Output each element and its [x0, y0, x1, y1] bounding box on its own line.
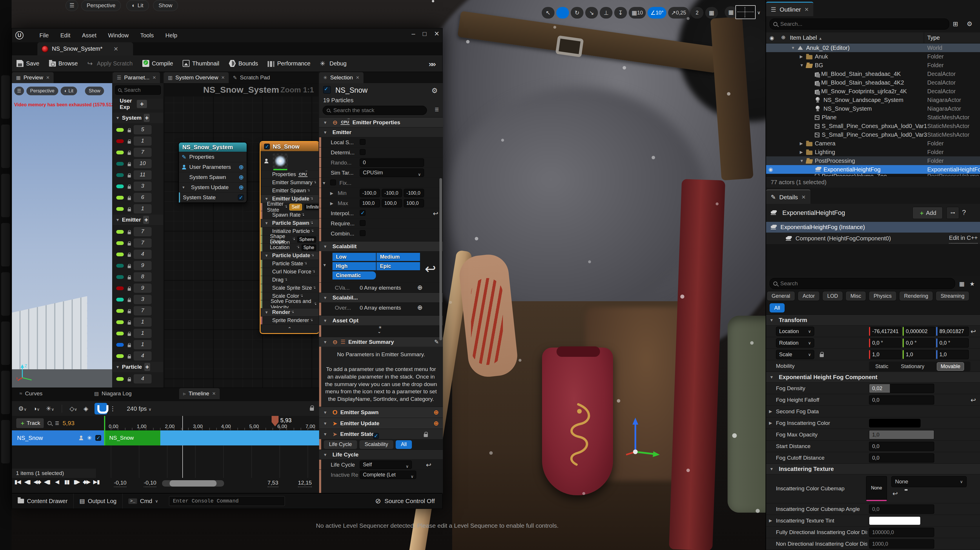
outliner-row[interactable]: S_Small_Pine_Cones_phxuA_lod0_Var1 Stati…	[766, 122, 980, 130]
timeline-ruler[interactable]: 0,001,002,003,004,005,006,007,00 5,93	[104, 416, 319, 430]
add-parameter-button[interactable]: ＋	[144, 114, 150, 122]
close-icon[interactable]: ✕	[804, 6, 809, 13]
toolbar-button[interactable]: Apply Scratch	[83, 55, 137, 71]
parameter-row[interactable]: 1	[113, 203, 163, 215]
reset-falloff-icon[interactable]: ↩	[971, 396, 976, 404]
toolbar-button[interactable]: Compile	[138, 55, 178, 71]
close-button[interactable]: ✕	[434, 30, 439, 38]
mobility-movable-button[interactable]: Movable	[937, 362, 964, 371]
display-grid-icon[interactable]: ▦	[959, 281, 965, 287]
filter-icon[interactable]: ☰	[55, 420, 59, 426]
rotation-z-field[interactable]: 0,0 °	[936, 338, 969, 347]
close-icon[interactable]: ✕	[212, 391, 216, 396]
range-end-field[interactable]: 12,15	[298, 480, 312, 487]
parameter-row[interactable]: 4	[113, 373, 163, 385]
outliner-row[interactable]: NS_Snow_System NiagaraActor	[766, 104, 980, 113]
emitter-enabled-checkbox[interactable]	[323, 86, 331, 94]
enabled-checkbox[interactable]	[238, 195, 244, 200]
scalability2-header[interactable]: Scalabil...	[319, 293, 443, 303]
viewport-menu-button[interactable]: ☰	[65, 0, 78, 11]
details-search-input[interactable]: Search	[770, 278, 955, 289]
node-properties-row[interactable]: ✎Properties	[179, 152, 247, 162]
parameter-row[interactable]: 6	[113, 192, 163, 203]
reset-icon[interactable]: ↩	[426, 461, 431, 469]
emitter-update-header[interactable]: ➤Emitter Update⊕	[319, 418, 443, 429]
emitter-module-row[interactable]: Shape Location 001 Sphe	[261, 243, 318, 251]
tab-scratch-pad[interactable]: ✎Scratch Pad	[229, 72, 274, 83]
outliner-row[interactable]: MI_Blood_Stain_sheadaac_4K DecalActor	[766, 70, 980, 78]
module-enabled-checkbox[interactable]	[373, 433, 379, 439]
random-seed-field[interactable]: 0	[360, 159, 424, 167]
parameter-row[interactable]: 4	[113, 249, 163, 260]
parameter-row[interactable]: 7	[113, 238, 163, 249]
edit-in-cpp-link[interactable]: Edit in C++	[949, 233, 978, 244]
view-start-field[interactable]: -0,10	[144, 480, 156, 487]
filter-icon[interactable]: ☰	[435, 107, 439, 113]
previous-key-button[interactable]: ◀▮	[24, 479, 31, 485]
close-icon[interactable]: ✕	[153, 75, 156, 80]
track-person-icon[interactable]	[79, 436, 83, 440]
life-cycle-mode-dropdown[interactable]: Self∨	[360, 461, 412, 469]
start-distance-field[interactable]: 0,0	[869, 442, 934, 451]
fully-directional-field[interactable]: 100000,0	[869, 528, 934, 537]
source-control-button[interactable]: ⊘Source Control Off	[375, 497, 442, 505]
viewport-lit-button[interactable]: ◐Lit	[126, 0, 149, 11]
menu-item[interactable]: Window	[108, 32, 129, 39]
tab-preview[interactable]: ▦Preview✕	[12, 72, 54, 83]
fog-inscattering-color-swatch[interactable]	[869, 419, 921, 428]
outliner-row[interactable]: MI_Blood_Stain_sheadaac_4K2 DecalActor	[766, 78, 980, 87]
menu-item[interactable]: File	[40, 32, 49, 39]
emitter-module-row[interactable]: Particle State	[261, 260, 318, 268]
component-tree-root[interactable]: ExponentialHeightFog (Instance)	[766, 222, 980, 233]
scale-tool[interactable]: ↘	[585, 7, 598, 19]
stack-search-input[interactable]: Search the stack	[323, 106, 427, 115]
parameter-row[interactable]: 9	[113, 283, 163, 294]
play-reverse-key-button[interactable]: ◀◆	[33, 479, 41, 485]
filter-chip[interactable]: General	[767, 291, 795, 301]
track-row-ns-snow[interactable]: NS_Snow ✳	[12, 430, 104, 445]
particle-parameters-section[interactable]: Particle＋	[113, 362, 163, 372]
next-key-button[interactable]: ◆▶	[83, 479, 90, 485]
render-options-icon[interactable]: ✳∨	[46, 405, 54, 412]
inactive-response-dropdown[interactable]: Complete (Let∨	[360, 471, 416, 479]
track-burst-icon[interactable]: ✳	[87, 434, 92, 441]
parameter-row[interactable]: 1	[113, 136, 163, 147]
pin-column-icon[interactable]: ⊕	[781, 34, 786, 41]
combine-checkbox[interactable]	[360, 230, 366, 236]
preview-menu-button[interactable]: ☰	[14, 87, 24, 95]
use-selected-asset-icon[interactable]: ↩	[892, 490, 898, 498]
parameter-row[interactable]: 1	[113, 317, 163, 328]
emitter-module-row[interactable]: Solve Forces and Velocity	[261, 300, 318, 308]
emitter-module-row[interactable]: Particle Spawn	[261, 219, 318, 227]
node-collapse-button[interactable]: ⌃	[261, 324, 318, 333]
filter-chip[interactable]: Actor	[798, 291, 820, 301]
menu-item[interactable]: Help	[165, 32, 177, 39]
viewport-layout-toggle[interactable]: ▦	[705, 7, 718, 19]
viewport-layout-thumbnail[interactable]	[735, 5, 756, 19]
step-forward-button[interactable]: ▮▶	[73, 479, 80, 485]
filter-chip[interactable]: Streaming	[935, 291, 969, 301]
filter-chip[interactable]: Physics	[869, 291, 897, 301]
rotation-x-field[interactable]: 0,0 °	[869, 338, 902, 347]
fixed-bounds-checkbox[interactable]	[330, 179, 336, 185]
requires-checkbox[interactable]	[360, 220, 366, 226]
tab-parameters[interactable]: ☰Paramet...✕	[113, 72, 160, 83]
reset-scalability-icon[interactable]: ↩	[425, 261, 436, 277]
toolbar-button[interactable]: Browse	[45, 55, 83, 71]
emitter-module-row[interactable]: Emitter Summary	[261, 178, 318, 187]
tab-system-overview[interactable]: ▥System Overview✕	[164, 72, 229, 83]
emitter-node[interactable]: NS_Snow Properties CPU	[260, 141, 318, 334]
graph-canvas[interactable]: SYSTEM NS_Snow_System Zoom 1:1 NS_Snow_S…	[164, 83, 318, 388]
parameter-row[interactable]: 7	[113, 147, 163, 158]
reset-icon[interactable]: ↩	[433, 210, 438, 217]
expand-arrow-icon[interactable]	[800, 141, 806, 146]
emitter-module-row[interactable]: Sprite Renderer	[261, 316, 318, 324]
fog-density-slider[interactable]: 0,02	[869, 384, 934, 393]
min-y-field[interactable]: -100,0	[382, 189, 402, 197]
emitter-subheader[interactable]: Emitter	[319, 127, 443, 137]
parameter-row[interactable]: 3	[113, 294, 163, 305]
fog-component-section-header[interactable]: Exponential Height Fog Component	[766, 372, 980, 382]
emitter-module-row[interactable]: Curl Noise Force	[261, 268, 318, 276]
parameter-row[interactable]: 9	[113, 260, 163, 271]
location-dropdown[interactable]: Location∨	[776, 327, 814, 336]
